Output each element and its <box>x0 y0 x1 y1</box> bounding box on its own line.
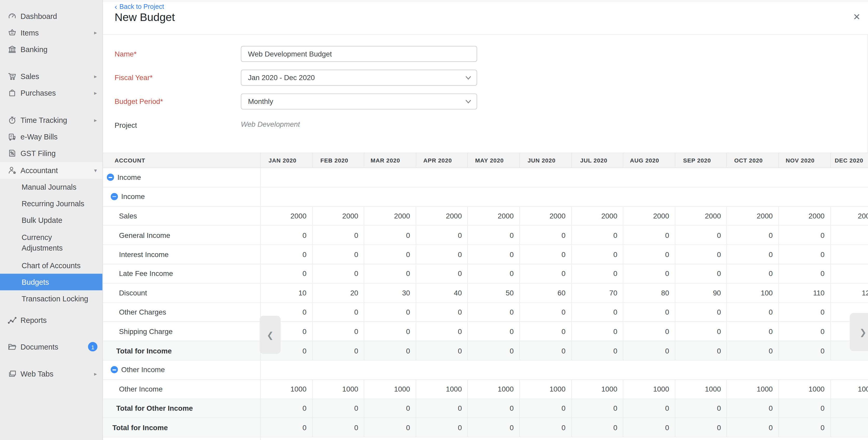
budget-cell[interactable]: 0 <box>623 245 675 264</box>
budget-cell[interactable]: 1000 <box>312 380 364 398</box>
budget-cell[interactable]: 0 <box>364 226 415 244</box>
scroll-left-button[interactable]: ❮ <box>260 316 281 354</box>
budget-cell[interactable]: 0 <box>519 245 571 264</box>
budget-cell[interactable]: 0 <box>675 303 726 321</box>
budget-cell[interactable]: 0 <box>519 226 571 244</box>
budget-cell[interactable]: 1000 <box>519 380 571 398</box>
collapse-minus-icon[interactable] <box>111 366 118 373</box>
budget-cell[interactable]: 0 <box>364 341 415 360</box>
budget-cell[interactable]: 0 <box>726 418 778 437</box>
budget-cell[interactable]: 2000 <box>830 206 868 225</box>
budget-cell[interactable]: 2000 <box>675 206 726 225</box>
budget-cell[interactable]: 0 <box>726 245 778 264</box>
sidebar-item-bulk-update[interactable]: Bulk Update <box>0 212 102 228</box>
sidebar-item-items[interactable]: Items▸ <box>0 24 102 41</box>
sidebar-item-dashboard[interactable]: Dashboard <box>0 8 102 24</box>
budget-cell[interactable]: 2000 <box>260 206 312 225</box>
budget-cell[interactable]: 0 <box>415 264 467 283</box>
budget-cell[interactable]: 0 <box>519 341 571 360</box>
budget-cell[interactable]: 100 <box>726 283 778 302</box>
budget-cell[interactable]: 0 <box>312 418 364 437</box>
budget-cell[interactable]: 0 <box>778 341 830 360</box>
budget-cell[interactable]: 0 <box>519 264 571 283</box>
budget-cell[interactable]: 0 <box>623 264 675 283</box>
budget-cell[interactable]: 0 <box>571 322 623 341</box>
budget-cell[interactable]: 0 <box>415 245 467 264</box>
budget-cell[interactable]: 0 <box>778 303 830 321</box>
budget-cell[interactable]: 20 <box>312 283 364 302</box>
budget-cell[interactable]: 0 <box>830 399 868 418</box>
budget-cell[interactable]: 0 <box>726 399 778 418</box>
sidebar-item-time-tracking[interactable]: Time Tracking▸ <box>0 112 102 128</box>
budget-cell[interactable]: 0 <box>830 264 868 283</box>
budget-cell[interactable]: 0 <box>623 303 675 321</box>
name-input[interactable] <box>241 46 477 62</box>
budget-cell[interactable]: 2000 <box>364 206 415 225</box>
budget-cell[interactable]: 1000 <box>364 380 415 398</box>
sidebar-item-purchases[interactable]: Purchases▸ <box>0 84 102 101</box>
budget-cell[interactable]: 0 <box>467 418 519 437</box>
budget-cell[interactable]: 0 <box>675 245 726 264</box>
budget-cell[interactable]: 1000 <box>830 380 868 398</box>
budget-cell[interactable]: 1000 <box>778 380 830 398</box>
budget-cell[interactable]: 0 <box>623 418 675 437</box>
budget-cell[interactable]: 0 <box>467 399 519 418</box>
budget-cell[interactable]: 0 <box>260 264 312 283</box>
budget-cell[interactable]: 0 <box>312 399 364 418</box>
budget-cell[interactable]: 0 <box>675 322 726 341</box>
budget-cell[interactable]: 0 <box>467 341 519 360</box>
budget-cell[interactable]: 0 <box>830 226 868 244</box>
fiscal-year-select[interactable]: Jan 2020 - Dec 2020 <box>241 70 477 86</box>
budget-cell[interactable]: 0 <box>415 303 467 321</box>
budget-cell[interactable]: 0 <box>675 399 726 418</box>
budget-cell[interactable]: 0 <box>571 399 623 418</box>
collapse-minus-icon[interactable] <box>107 174 114 181</box>
budget-cell[interactable]: 0 <box>571 226 623 244</box>
budget-cell[interactable]: 0 <box>519 418 571 437</box>
budget-cell[interactable]: 1000 <box>675 380 726 398</box>
budget-cell[interactable]: 0 <box>726 303 778 321</box>
budget-cell[interactable]: 0 <box>778 245 830 264</box>
budget-cell[interactable]: 0 <box>260 418 312 437</box>
budget-cell[interactable]: 0 <box>778 264 830 283</box>
budget-cell[interactable]: 110 <box>778 283 830 302</box>
budget-cell[interactable]: 0 <box>312 303 364 321</box>
budget-cell[interactable]: 2000 <box>519 206 571 225</box>
sidebar-item-e-way-bills[interactable]: ee-Way Bills <box>0 128 102 145</box>
sidebar-item-reports[interactable]: Reports <box>0 312 102 329</box>
budget-cell[interactable]: 0 <box>312 226 364 244</box>
budget-cell[interactable]: 0 <box>571 264 623 283</box>
back-to-project-link[interactable]: ‹ Back to Project <box>115 3 164 11</box>
sidebar-item-currency-adjustments[interactable]: Currency Adjustments <box>0 228 102 257</box>
budget-cell[interactable]: 2000 <box>415 206 467 225</box>
budget-cell[interactable]: 0 <box>778 399 830 418</box>
sidebar-item-web-tabs[interactable]: Web Tabs▸ <box>0 366 102 382</box>
sidebar-item-sales[interactable]: Sales▸ <box>0 68 102 84</box>
sidebar-item-manual-journals[interactable]: Manual Journals <box>0 178 102 195</box>
budget-cell[interactable]: 0 <box>623 322 675 341</box>
budget-cell[interactable]: 0 <box>415 226 467 244</box>
budget-cell[interactable]: 0 <box>364 399 415 418</box>
budget-cell[interactable]: 2000 <box>778 206 830 225</box>
sidebar-item-transaction-locking[interactable]: Transaction Locking <box>0 290 102 307</box>
budget-cell[interactable]: 2000 <box>726 206 778 225</box>
budget-cell[interactable]: 0 <box>830 418 868 437</box>
sidebar-item-accountant[interactable]: Accountant▾ <box>0 162 102 178</box>
budget-cell[interactable]: 1000 <box>623 380 675 398</box>
close-icon[interactable]: ✕ <box>853 12 861 22</box>
budget-cell[interactable]: 0 <box>571 245 623 264</box>
budget-cell[interactable]: 0 <box>415 399 467 418</box>
budget-cell[interactable]: 2000 <box>623 206 675 225</box>
budget-cell[interactable]: 0 <box>778 226 830 244</box>
budget-cell[interactable]: 0 <box>571 341 623 360</box>
sidebar-item-banking[interactable]: Banking <box>0 41 102 58</box>
budget-cell[interactable]: 0 <box>467 245 519 264</box>
budget-cell[interactable]: 0 <box>726 322 778 341</box>
budget-cell[interactable]: 0 <box>571 418 623 437</box>
budget-cell[interactable]: 30 <box>364 283 415 302</box>
budget-cell[interactable]: 1000 <box>415 380 467 398</box>
budget-cell[interactable]: 0 <box>312 264 364 283</box>
budget-cell[interactable]: 2000 <box>571 206 623 225</box>
budget-cell[interactable]: 2000 <box>467 206 519 225</box>
budget-cell[interactable]: 0 <box>623 341 675 360</box>
